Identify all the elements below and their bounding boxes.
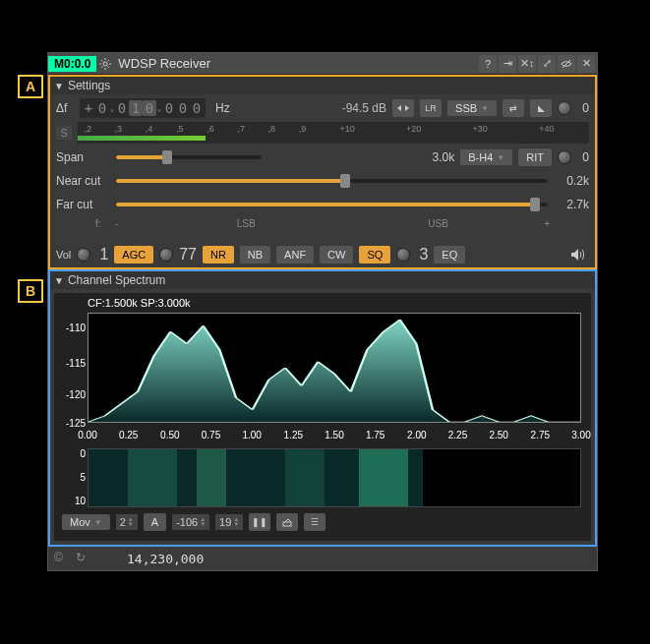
a-button[interactable]: A <box>144 513 166 531</box>
balance-icon[interactable] <box>392 99 414 117</box>
rit-value: 0 <box>577 150 589 164</box>
s-button[interactable]: S <box>56 126 72 140</box>
nearcut-slider[interactable] <box>116 179 548 183</box>
pause-icon[interactable]: ❚❚ <box>249 513 270 531</box>
span-row: Span 3.0k B-H4▼ RIT 0 <box>56 147 589 167</box>
svg-point-0 <box>103 62 107 66</box>
freq-delta-label: Δf <box>56 101 74 115</box>
spectrum-controls: Mov▼ 2▲▼ A -106▲▼ 19▲▼ ❚❚ ☰ <box>58 507 587 537</box>
receiver-panel: M0:0.0 WDSP Receiver ? ⇥ ✕↕ ⤢ ✕ ▼ Settin… <box>47 52 598 571</box>
nearcut-label: Near cut <box>56 174 110 188</box>
agc-value: 77 <box>179 246 197 263</box>
svg-marker-2 <box>89 320 580 422</box>
hide-icon[interactable] <box>558 55 575 73</box>
eq-button[interactable]: EQ <box>434 246 465 263</box>
spectrum-header[interactable]: ▼ Channel Spectrum <box>50 271 595 289</box>
nr-button[interactable]: NR <box>203 246 234 263</box>
center-frequency[interactable]: 14,230,000 <box>97 552 204 566</box>
sq-knob[interactable] <box>396 248 410 262</box>
window-title: WDSP Receiver <box>114 56 479 71</box>
mode-num: 0 <box>577 101 589 115</box>
copyright-icon[interactable]: © <box>54 551 70 566</box>
lr-button[interactable]: LR <box>420 99 442 117</box>
settings-label: Settings <box>68 79 110 92</box>
freq-unit: Hz <box>211 101 230 115</box>
expand-icon[interactable]: ⤢ <box>538 55 556 73</box>
module-id[interactable]: M0:0.0 <box>48 56 96 72</box>
spectrum-cf-sp: CF:1.500k SP:3.000k <box>58 297 587 309</box>
swap-icon[interactable]: ⇄ <box>502 99 524 117</box>
level-spin[interactable]: -106▲▼ <box>172 514 209 530</box>
range-spin[interactable]: 19▲▼ <box>215 514 243 530</box>
sq-value: 3 <box>416 246 428 263</box>
s-meter-bar <box>78 136 206 141</box>
settings-section: ▼ Settings Δf + 0 , 0 1 0 , 0 0 0 Hz <box>48 75 597 269</box>
freq-digits[interactable]: + 0 , 0 1 0 , 0 0 0 <box>80 98 206 118</box>
spectrum-label: Channel Spectrum <box>68 273 165 287</box>
titlebar: M0:0.0 WDSP Receiver ? ⇥ ✕↕ ⤢ ✕ <box>48 53 597 75</box>
chevron-down-icon: ▼ <box>54 81 64 91</box>
anf-button[interactable]: ANF <box>276 246 314 263</box>
svg-rect-4 <box>128 449 177 506</box>
span-label: Span <box>56 150 110 164</box>
avg-mode-select[interactable]: Mov▼ <box>62 514 110 530</box>
nb-button[interactable]: NB <box>240 246 270 263</box>
decim-spin[interactable]: 2▲▼ <box>116 514 138 530</box>
clear-icon[interactable] <box>276 513 298 531</box>
farcut-label: Far cut <box>56 198 110 211</box>
sq-button[interactable]: SQ <box>359 246 390 263</box>
s-meter: ,2 ,3 ,4 ,5 ,6 ,7 ,8 ,9 +10 +20 +30 +40 <box>78 122 589 144</box>
menu-icon[interactable]: ☰ <box>304 513 325 531</box>
farcut-row: Far cut 2.7k <box>56 195 589 214</box>
controls-row: Vol 1 AGC 77 NR NB ANF CW SQ 3 EQ <box>50 242 595 267</box>
gear-icon[interactable] <box>96 55 114 73</box>
svg-line-1 <box>562 60 570 68</box>
smeter-row: S ,2 ,3 ,4 ,5 ,6 ,7 ,8 ,9 +10 +20 +30 <box>56 122 589 144</box>
farcut-slider[interactable] <box>116 203 548 206</box>
vol-value: 1 <box>96 246 108 263</box>
spectrum-plot[interactable] <box>88 313 581 423</box>
vol-knob[interactable] <box>77 248 90 262</box>
freq-row: Δf + 0 , 0 1 0 , 0 0 0 Hz -94.5 dB LR <box>56 98 589 118</box>
spectrum-chart: -110 -115 -120 -125 0.00 0.25 0.50 0.75 … <box>58 313 587 440</box>
svg-rect-8 <box>283 522 291 526</box>
span-value: 3.0k <box>419 150 454 164</box>
close-icon[interactable]: ✕ <box>577 55 595 73</box>
svg-rect-5 <box>197 449 226 506</box>
filter-axis: f: - LSB USB + <box>115 218 550 238</box>
footer: © ↻ 14,230,000 <box>48 547 597 570</box>
settings-header[interactable]: ▼ Settings <box>50 77 595 94</box>
rit-knob[interactable] <box>558 150 571 164</box>
cw-button[interactable]: CW <box>320 246 353 263</box>
svg-rect-7 <box>359 449 408 506</box>
bw-select[interactable]: B-H4▼ <box>460 149 512 165</box>
nearcut-value: 0.2k <box>554 174 589 188</box>
mode-knob[interactable] <box>558 101 571 115</box>
callout-a: A <box>18 75 43 98</box>
rit-button[interactable]: RIT <box>518 148 552 166</box>
callout-b: B <box>18 279 43 303</box>
waterfall-chart: 0 5 10 <box>58 448 587 507</box>
help-icon[interactable]: ? <box>479 55 497 73</box>
collapse-icon[interactable]: ✕↕ <box>518 55 536 73</box>
agc-knob[interactable] <box>159 248 173 262</box>
farcut-value: 2.7k <box>554 198 589 211</box>
span-slider[interactable] <box>116 155 262 159</box>
speaker-icon[interactable] <box>567 246 589 263</box>
spectrum-section: ▼ Channel Spectrum CF:1.500k SP:3.000k -… <box>48 269 597 547</box>
vol-label: Vol <box>56 249 71 261</box>
agc-button[interactable]: AGC <box>114 246 153 263</box>
nearcut-row: Near cut 0.2k <box>56 171 589 191</box>
chevron-down-icon: ▼ <box>54 275 64 286</box>
mode-select[interactable]: SSB▼ <box>447 100 497 116</box>
pointer-icon[interactable]: ◣ <box>530 99 552 117</box>
svg-rect-6 <box>285 449 325 506</box>
db-value: -94.5 dB <box>342 101 386 115</box>
waterfall-plot[interactable] <box>88 448 581 507</box>
refresh-icon[interactable]: ↻ <box>76 551 91 566</box>
export-icon[interactable]: ⇥ <box>499 55 516 73</box>
